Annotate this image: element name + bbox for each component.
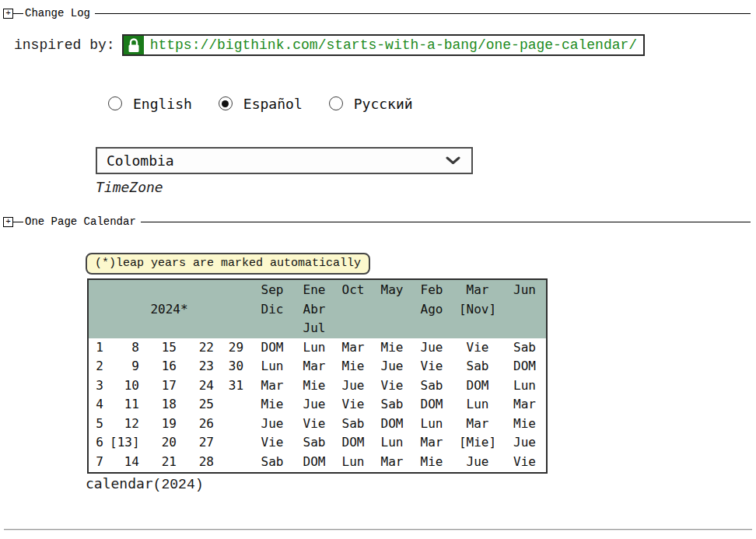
expand-icon[interactable]: +: [3, 217, 13, 227]
calendar-row: 4111825MieJueVieSabDOMLunMar: [88, 395, 547, 415]
calendar-day-cell: Vie: [373, 376, 411, 396]
calendar-day-cell: [Mie]: [452, 433, 503, 453]
calendar-day-cell: Mie: [411, 453, 452, 473]
radio-espanol[interactable]: Español: [219, 96, 303, 112]
inspired-url-link[interactable]: https://bigthink.com/starts-with-a-bang/…: [144, 36, 644, 54]
section-header-one-page-calendar: + One Page Calendar: [3, 216, 751, 227]
calendar-day-cell: Mar: [503, 395, 547, 415]
calendar-date-cell: 17: [145, 376, 183, 396]
leap-year-note: (*)leap years are marked automatically: [86, 253, 370, 275]
calendar-date-cell: [13]: [110, 433, 145, 453]
url-field[interactable]: https://bigthink.com/starts-with-a-bang/…: [122, 34, 646, 56]
calendar-caption: calendar(2024): [86, 475, 204, 492]
calendar-day-cell: Sab: [411, 376, 452, 396]
calendar-date-cell: 23: [183, 357, 220, 376]
calendar-date-cell: 1: [88, 338, 110, 358]
calendar-day-cell: Jue: [452, 453, 503, 473]
calendar-month-header: SepDic: [250, 279, 295, 338]
calendar-date-cell: 6: [88, 433, 110, 453]
calendar-day-cell: DOM: [250, 338, 295, 358]
calendar-date-cell: 18: [145, 395, 183, 415]
calendar-day-cell: Sab: [452, 357, 503, 376]
calendar-day-cell: DOM: [373, 415, 411, 434]
calendar-day-cell: Jue: [411, 338, 452, 358]
radio-circle-icon: [108, 96, 122, 110]
calendar-day-cell: Mie: [503, 415, 547, 434]
calendar-day-cell: Mie: [250, 395, 295, 415]
section-header-change-log: + Change Log: [3, 8, 751, 19]
calendar-date-cell: 12: [110, 415, 145, 434]
header-dash: [13, 222, 23, 222]
timezone-dropdown[interactable]: Colombia: [96, 147, 473, 174]
calendar-day-cell: Lun: [452, 395, 503, 415]
calendar-date-cell: 4: [88, 395, 110, 415]
bottom-divider: [4, 529, 752, 530]
calendar-day-cell: Lun: [250, 357, 295, 376]
calendar-day-cell: Mar: [334, 338, 373, 358]
calendar-date-cell: [220, 433, 250, 453]
calendar-day-cell: Vie: [250, 433, 295, 453]
calendar-date-cell: [220, 395, 250, 415]
section-title-change-log: Change Log: [23, 7, 95, 19]
calendar-day-cell: Mar: [411, 433, 452, 453]
calendar-row: 5121926JueVieSabDOMLunMarMie: [88, 415, 547, 434]
calendar-day-cell: Jue: [334, 376, 373, 396]
calendar-date-cell: 27: [183, 433, 220, 453]
calendar-date-cell: 5: [88, 415, 110, 434]
calendar-day-cell: Mar: [250, 376, 295, 396]
calendar-date-cell: [220, 415, 250, 434]
radio-dot: [112, 100, 119, 107]
calendar-date-cell: 25: [183, 395, 220, 415]
calendar-day-cell: Lun: [334, 453, 373, 473]
calendar-date-cell: 21: [145, 453, 183, 473]
calendar-month-header: Jun: [503, 279, 547, 338]
calendar-day-cell: Jue: [373, 357, 411, 376]
calendar-day-cell: Mar: [373, 453, 411, 473]
radio-english[interactable]: English: [108, 96, 192, 112]
calendar-date-cell: 3: [88, 376, 110, 396]
header-rule: [141, 222, 751, 222]
radio-russian-label: Русский: [354, 96, 413, 112]
calendar-row: 310172431MarMieJueVieSabDOMLun: [88, 376, 547, 396]
calendar-date-cell: 29: [220, 338, 250, 358]
calendar-day-cell: Vie: [295, 415, 334, 434]
calendar-day-cell: DOM: [295, 453, 334, 473]
calendar-date-cell: 8: [110, 338, 145, 358]
calendar-date-cell: 19: [145, 415, 183, 434]
calendar-day-cell: Jue: [250, 415, 295, 434]
calendar-day-cell: DOM: [503, 357, 547, 376]
expand-icon[interactable]: +: [3, 9, 13, 19]
inspired-by-row: inspired by: https://bigthink.com/starts…: [14, 34, 645, 56]
calendar-day-cell: Lun: [295, 338, 334, 358]
radio-russian[interactable]: Русский: [329, 96, 413, 112]
caption-name: calendar: [86, 475, 153, 492]
calendar-month-header: EneAbrJul: [295, 279, 334, 338]
calendar-day-cell: Vie: [334, 395, 373, 415]
calendar-row: 29162330LunMarMieJueVieSabDOM: [88, 357, 547, 376]
calendar-header-row: 2024* SepDic EneAbrJul Oct May FebAgo Ma…: [88, 279, 547, 338]
lock-icon: [124, 36, 144, 54]
calendar-month-header: FebAgo: [411, 279, 452, 338]
calendar-day-cell: Mie: [373, 338, 411, 358]
calendar-day-cell: Vie: [411, 357, 452, 376]
calendar-day-cell: Mie: [295, 376, 334, 396]
calendar-date-cell: 24: [183, 376, 220, 396]
chevron-down-icon: [446, 156, 460, 165]
calendar-month-header: Mar[Nov]: [452, 279, 503, 338]
calendar-date-cell: 11: [110, 395, 145, 415]
calendar-day-cell: Mar: [452, 415, 503, 434]
calendar-date-cell: 22: [183, 338, 220, 358]
radio-dot: [222, 100, 229, 107]
inspired-by-label: inspired by:: [14, 37, 115, 53]
calendar-day-cell: Sab: [334, 415, 373, 434]
radio-circle-icon: [219, 96, 233, 110]
radio-espanol-label: Español: [243, 96, 303, 112]
calendar-day-cell: DOM: [452, 376, 503, 396]
calendar-month-header: May: [373, 279, 411, 338]
calendar-row: 6[13]2027VieSabDOMLunMar[Mie]Jue: [88, 433, 547, 453]
calendar-day-cell: Lun: [503, 376, 547, 396]
calendar-date-cell: 15: [145, 338, 183, 358]
section-title-one-page-calendar: One Page Calendar: [23, 215, 141, 228]
caption-args: (2024): [153, 477, 204, 492]
calendar-month-header: Oct: [334, 279, 373, 338]
